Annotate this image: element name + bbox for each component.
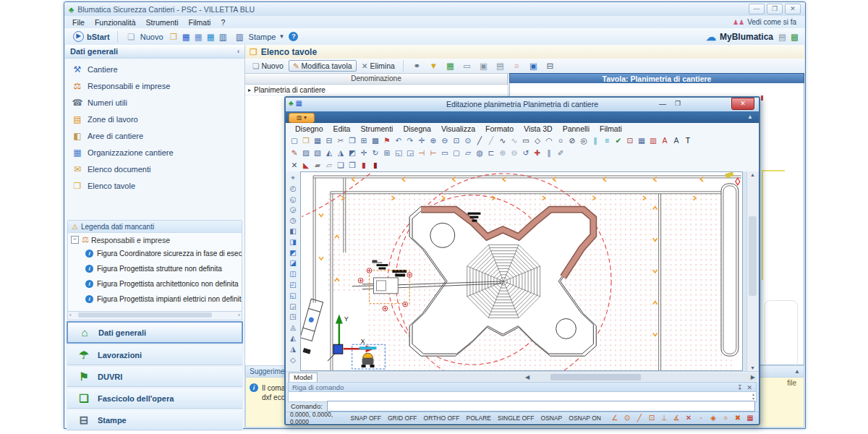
cad-menu-item[interactable]: Edita [328, 124, 356, 133]
save-icon[interactable]: ▦ [312, 135, 323, 146]
sidebar-item-elenco-tavole[interactable]: ❒Elenco tavole [65, 177, 244, 194]
cad-app-button[interactable]: ▥ ▾ [289, 113, 315, 123]
cad-maximize-button[interactable]: ❐ [675, 100, 681, 107]
cad-menu-item[interactable]: Filmati [595, 124, 627, 133]
polyline-icon[interactable]: ∿ [497, 135, 509, 146]
line-icon[interactable]: ╱ [474, 135, 485, 146]
table-row[interactable]: ▸ Planimetria di cantiere [245, 85, 508, 95]
grid-view-icon[interactable]: ▤ [494, 60, 506, 72]
view-front-icon[interactable]: ◵ [287, 195, 299, 205]
help-button[interactable]: ? [289, 32, 298, 41]
scroll-thumb[interactable] [749, 216, 757, 296]
cad-drawing-canvas[interactable]: Y X [300, 171, 743, 371]
cad-menu-item[interactable]: Disegna [398, 124, 436, 133]
scroll-right-icon[interactable]: › [238, 312, 240, 318]
tree-collapse-icon[interactable]: − [71, 236, 79, 244]
status-toggle[interactable]: POLARE [466, 414, 491, 422]
hatch-lines-icon[interactable]: ≡ [601, 135, 613, 146]
view-top-icon[interactable]: ◴ [287, 184, 299, 195]
command-input[interactable] [327, 401, 755, 412]
legend-tree-root[interactable]: − ⚖ Responsabili e imprese [68, 233, 242, 245]
spin-icons[interactable]: ▴▾ [752, 392, 754, 401]
scroll-left-icon[interactable]: ‹ [69, 312, 72, 318]
nuovo-button[interactable]: ❏ Nuovo [121, 30, 168, 43]
card-view-icon[interactable]: ▭ [461, 60, 473, 72]
status-toggle[interactable]: SINGLE OFF [498, 414, 535, 422]
osnap-angle-icon[interactable]: ∡ [672, 414, 681, 422]
open-icon[interactable]: ❒ [300, 135, 312, 146]
print-icon[interactable]: ⊟ [544, 60, 556, 72]
sidebar-item-zone-di-lavoro[interactable]: ▤Zone di lavoro [65, 111, 244, 127]
image-view-icon[interactable]: ▣ [477, 60, 490, 72]
zoom-in-icon[interactable]: ⊕ [427, 135, 439, 146]
cad-menu-item[interactable]: Strumenti [355, 124, 398, 133]
cad-menu-item[interactable]: Disegno [290, 124, 328, 133]
mybiumatica-brand[interactable]: ☁ MyBlumatica [706, 31, 773, 43]
hatch-icon[interactable]: ▨ [300, 148, 312, 158]
close-button[interactable]: ✕ [785, 4, 801, 14]
mirror-icon[interactable]: ◭ [323, 148, 335, 158]
cad-vscrollbar[interactable]: ▲ ▼ [746, 171, 758, 371]
grid-icon[interactable]: ▦ [636, 135, 647, 146]
stretch-icon[interactable]: ◲ [404, 148, 416, 158]
status-toggle[interactable]: ORTHO OFF [424, 414, 460, 422]
attach-icon[interactable]: ⚑ [381, 135, 393, 146]
arc-icon[interactable]: ◠ [543, 135, 555, 146]
osnap-intersect-icon[interactable]: ✕ [684, 414, 693, 422]
view-iso-ne-icon[interactable]: ◧ [287, 226, 299, 237]
construction-line-icon[interactable]: ╱ [485, 135, 497, 146]
new-icon[interactable]: ▢ [289, 135, 300, 146]
view-iso-sw-icon[interactable]: ◪ [287, 258, 299, 269]
print-icon[interactable]: ⊟ [323, 135, 335, 146]
scroll-left-icon[interactable]: ◀ [525, 374, 529, 380]
eraser2-icon[interactable]: ▱ [323, 160, 335, 171]
sidebar-item-responsabili[interactable]: ⚖Responsabili e imprese [65, 77, 244, 94]
red-block2-icon[interactable]: ▮ [370, 160, 381, 171]
redo-icon[interactable]: ↷ [404, 135, 416, 146]
cut-icon[interactable]: ✂ [335, 135, 346, 146]
menu-item[interactable]: File [67, 17, 90, 27]
osnap-quadrant-icon[interactable]: ◈ [709, 414, 718, 422]
spline-icon[interactable]: ∿ [509, 135, 520, 146]
cad-minimize-button[interactable]: — [659, 100, 666, 108]
view-cube3-icon[interactable]: ◱ [287, 291, 299, 302]
minimize-button[interactable]: — [749, 4, 765, 14]
block-icon[interactable]: ⊡ [624, 135, 636, 146]
zoom-prev-icon[interactable]: ⊖ [509, 148, 520, 158]
nav-dati-generali[interactable]: ⌂Dati generali [67, 321, 243, 344]
trim-icon[interactable]: ⊣ [416, 148, 427, 158]
sidebar-item-aree-di-cantiere[interactable]: ◧Aree di cantiere [65, 127, 244, 144]
text-style-icon[interactable]: A [659, 135, 671, 146]
image-icon[interactable]: ▩ [370, 135, 381, 146]
column-header[interactable]: Denominazione [245, 73, 508, 85]
save-edit-button[interactable]: ▦ [192, 31, 205, 43]
cad-menu-item[interactable]: Pannelli [558, 124, 595, 133]
ribbon-collapse-icon[interactable]: ▲ [747, 114, 753, 120]
eraser-icon[interactable]: ▰ [312, 160, 323, 171]
nav-stampe[interactable]: ⊟Stampe [67, 409, 243, 430]
bstart-button[interactable]: ▶ bStart [69, 30, 114, 43]
status-toggle[interactable]: GRID OFF [388, 414, 417, 422]
view-tri3-icon[interactable]: ◮ [287, 344, 299, 355]
circle-icon[interactable]: ○ [555, 135, 566, 146]
elimina-button[interactable]: ✕Elimina [357, 60, 399, 72]
view-iso-nw-icon[interactable]: ◨ [287, 237, 299, 248]
rect2-icon[interactable]: ▭ [439, 148, 451, 158]
wipeout-icon[interactable]: ◍ [474, 148, 485, 158]
lines-disabled-icon[interactable]: ≡ [511, 60, 523, 72]
view-right-icon[interactable]: ◷ [287, 216, 299, 226]
spiral-icon[interactable]: ↺ [520, 148, 532, 158]
status-toggle[interactable]: SNAP OFF [351, 414, 381, 422]
menu-item[interactable]: Strumenti [141, 17, 184, 27]
offset-icon[interactable]: ∥ [543, 148, 555, 158]
osnap-endpoint-icon[interactable]: ∠ [610, 414, 619, 422]
menu-item[interactable]: ? [216, 17, 230, 27]
zoom-window-icon[interactable]: ⊡ [451, 135, 462, 146]
image-edit-icon[interactable]: ▧ [312, 148, 323, 158]
fill-icon[interactable]: ◩ [346, 148, 358, 158]
paste-icon[interactable]: ⊞ [358, 135, 370, 146]
view-tri1-icon[interactable]: ◬ [287, 323, 299, 333]
cad-close-button[interactable]: ✕ [731, 98, 754, 110]
open-button[interactable]: ❒ [168, 31, 180, 43]
sidebar-item-cantiere[interactable]: ⚒Cantiere [65, 61, 244, 77]
